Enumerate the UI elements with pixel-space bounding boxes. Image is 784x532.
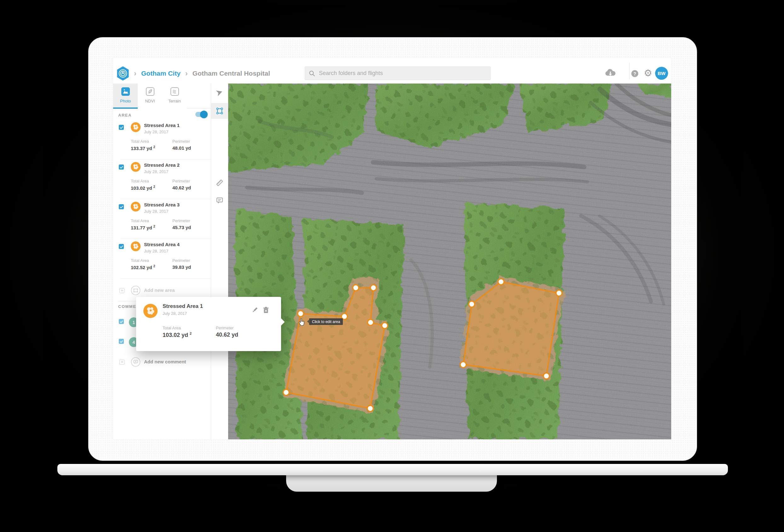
card-date: July 28, 2017 — [163, 311, 187, 316]
polygon-vertex-handle[interactable] — [460, 362, 466, 368]
polygon-vertex-handle[interactable] — [298, 311, 304, 317]
perimeter-label: Perimeter — [172, 179, 190, 184]
tool-column — [211, 84, 228, 439]
area-checkbox[interactable] — [119, 204, 124, 209]
area-visibility-toggle[interactable] — [195, 112, 207, 117]
polygon-vertex-handle[interactable] — [370, 285, 376, 291]
breadcrumb-chevron-icon: › — [185, 69, 188, 77]
perimeter-label: Perimeter — [172, 258, 190, 263]
ndvi-leaf-icon — [146, 87, 155, 96]
add-new-comment-button[interactable]: + Add new comment — [113, 357, 211, 367]
perimeter-value: 45.73 yd — [172, 225, 191, 230]
add-new-comment-label: Add new comment — [144, 359, 186, 364]
plus-icon: + — [119, 360, 124, 365]
stressed-area-icon — [131, 122, 141, 132]
topbar: › Gotham City › Gotham Central Hospital — [113, 58, 671, 84]
card-perimeter-label: Perimeter — [216, 326, 233, 330]
tab-label: NDVI — [145, 99, 155, 103]
comment-checkbox[interactable] — [119, 339, 124, 344]
measure-tool-button[interactable] — [211, 175, 228, 191]
comment-checkbox[interactable] — [119, 319, 124, 324]
area-item-title: Stressed Area 4 — [144, 242, 179, 247]
app-logo[interactable] — [117, 66, 129, 80]
tab-photo[interactable]: Photo — [113, 84, 138, 108]
stressed-area-icon — [143, 304, 158, 318]
cloud-download-icon[interactable] — [605, 69, 616, 77]
help-icon[interactable]: ? — [631, 70, 638, 77]
tab-label: Terrain — [168, 99, 181, 103]
perimeter-label: Perimeter — [172, 218, 190, 223]
sidebar: Photo NDVI — [113, 84, 211, 439]
layer-tabs: Photo NDVI — [113, 84, 211, 108]
settings-gear-icon[interactable]: ⚙ — [644, 68, 652, 78]
total-area-value: 133.37 yd 2 — [131, 145, 155, 151]
area-list-item[interactable]: Stressed Area 2 July 28, 2017 Total Area… — [113, 160, 211, 199]
laptop-screen: › Gotham City › Gotham Central Hospital — [88, 37, 697, 461]
hand-cursor-icon — [298, 318, 305, 326]
search-box[interactable] — [305, 66, 491, 80]
terrain-waves-icon — [170, 87, 179, 96]
perimeter-label: Perimeter — [172, 139, 190, 144]
aerial-imagery — [228, 84, 671, 439]
map-canvas[interactable]: Click to edit area — [228, 84, 671, 439]
polygon-vertex-handle[interactable] — [382, 323, 388, 329]
add-new-area-button[interactable]: + Add new area — [113, 285, 211, 296]
area-list-item[interactable]: Stressed Area 1 July 28, 2017 Total Area… — [113, 120, 211, 160]
delete-trash-icon[interactable] — [263, 307, 269, 314]
area-item-date: July 28, 2017 — [144, 249, 168, 253]
polygon-vertex-handle[interactable] — [283, 390, 289, 395]
area-list: Stressed Area 1 July 28, 2017 Total Area… — [113, 120, 211, 279]
tab-terrain[interactable]: Terrain — [162, 84, 187, 108]
area-item-title: Stressed Area 2 — [144, 162, 179, 168]
comment-tool-button[interactable] — [211, 193, 228, 208]
polygon-vertex-handle[interactable] — [367, 405, 373, 412]
svg-text:?: ? — [634, 71, 636, 76]
polygon-vertex-handle[interactable] — [498, 279, 504, 285]
area-list-item[interactable]: Stressed Area 4 July 28, 2017 Total Area… — [113, 239, 211, 279]
search-input[interactable] — [318, 69, 486, 77]
ruler-icon — [216, 179, 224, 187]
pan-tool-button[interactable] — [211, 85, 228, 101]
edit-pencil-icon[interactable] — [251, 306, 258, 313]
topbar-divider — [629, 63, 629, 79]
area-list-item[interactable]: Stressed Area 3 July 28, 2017 Total Area… — [113, 199, 211, 239]
total-area-value: 102.52 yd 2 — [131, 264, 155, 270]
comment-bubble-icon — [131, 357, 141, 367]
comment-bubble-icon — [216, 197, 223, 204]
stressed-area-icon — [131, 202, 141, 212]
perimeter-value: 48.01 yd — [172, 145, 191, 151]
app-window: › Gotham City › Gotham Central Hospital — [113, 58, 671, 439]
area-checkbox[interactable] — [119, 125, 124, 130]
breadcrumb-chevron-icon: › — [134, 69, 136, 77]
plus-icon: + — [119, 288, 124, 293]
area-checkbox[interactable] — [119, 244, 124, 249]
stressed-area-icon — [131, 162, 141, 172]
area-item-date: July 28, 2017 — [144, 209, 168, 214]
polygon-vertex-handle[interactable] — [368, 319, 374, 326]
area-checkbox[interactable] — [119, 165, 124, 170]
polygon-vertex-handle[interactable] — [353, 285, 359, 291]
polygon-vertex-handle[interactable] — [556, 290, 562, 296]
breadcrumb: › Gotham City › Gotham Central Hospital — [117, 63, 270, 84]
area-select-icon — [216, 107, 224, 115]
tab-label: Photo — [120, 99, 131, 103]
total-area-value: 103.02 yd 2 — [131, 185, 155, 191]
total-area-label: Total Area — [131, 139, 149, 144]
total-area-label: Total Area — [131, 218, 149, 223]
polygon-vertex-handle[interactable] — [543, 373, 550, 379]
area-shape-icon — [131, 285, 141, 295]
search-icon — [309, 70, 315, 77]
area-detail-card: Stressed Area 1 July 28, 2017 Total Area… — [136, 297, 281, 351]
breadcrumb-parent-link[interactable]: Gotham City — [141, 69, 180, 77]
laptop-base-notch — [286, 473, 497, 492]
tab-ndvi[interactable]: NDVI — [138, 84, 162, 108]
user-avatar[interactable]: BW — [655, 67, 668, 80]
polygon-vertex-handle[interactable] — [469, 301, 475, 307]
page: › Gotham City › Gotham Central Hospital — [0, 0, 784, 532]
area-item-date: July 28, 2017 — [144, 169, 168, 174]
area-item-date: July 28, 2017 — [144, 130, 168, 134]
total-area-label: Total Area — [131, 179, 149, 184]
laptop-base — [57, 464, 728, 475]
area-tool-button[interactable] — [211, 103, 228, 119]
edit-area-tooltip: Click to edit area — [309, 318, 343, 325]
